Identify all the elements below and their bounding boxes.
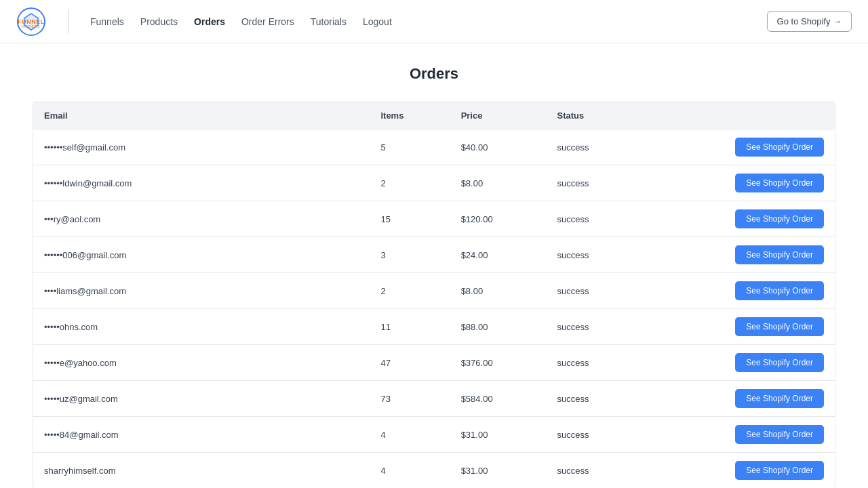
cell-status: success xyxy=(546,129,658,165)
cell-items: 11 xyxy=(370,309,450,345)
cell-items: 15 xyxy=(370,201,450,237)
see-shopify-order-button[interactable]: See Shopify Order xyxy=(735,389,824,408)
table-body: ••••••self@gmail.com 5 $40.00 success Se… xyxy=(33,129,835,489)
table-row: •••••uz@gmail.com 73 $584.00 success See… xyxy=(33,381,835,417)
main-content: Orders Email Items Price Status ••••••se… xyxy=(0,43,868,488)
logo-icon: FUNNEL ORDERS xyxy=(16,7,46,37)
cell-email: •••••e@yahoo.com xyxy=(33,345,370,381)
see-shopify-order-button[interactable]: See Shopify Order xyxy=(735,138,824,157)
see-shopify-order-button[interactable]: See Shopify Order xyxy=(735,245,824,264)
table-row: sharryhimself.com 4 $31.00 success See S… xyxy=(33,453,835,489)
cell-price: $584.00 xyxy=(450,381,547,417)
cell-price: $88.00 xyxy=(450,309,547,345)
nav-links: Funnels Products Orders Order Errors Tut… xyxy=(90,16,392,27)
go-to-shopify-button[interactable]: Go to Shopify → xyxy=(767,11,852,32)
table-row: •••••ohns.com 11 $88.00 success See Shop… xyxy=(33,309,835,345)
nav-order-errors[interactable]: Order Errors xyxy=(241,16,294,27)
cell-items: 4 xyxy=(370,453,450,489)
cell-status: success xyxy=(546,345,658,381)
navbar-left: FUNNEL ORDERS Funnels Products Orders Or… xyxy=(16,7,392,37)
see-shopify-order-button[interactable]: See Shopify Order xyxy=(735,209,824,228)
cell-items: 73 xyxy=(370,381,450,417)
cell-action: See Shopify Order xyxy=(658,309,835,345)
cell-email: ••••••self@gmail.com xyxy=(33,129,370,165)
logo-area: FUNNEL ORDERS xyxy=(16,7,46,37)
table-row: ••••••006@gmail.com 3 $24.00 success See… xyxy=(33,237,835,273)
see-shopify-order-button[interactable]: See Shopify Order xyxy=(735,353,824,372)
nav-orders[interactable]: Orders xyxy=(194,16,225,27)
cell-email: •••••84@gmail.com xyxy=(33,417,370,453)
see-shopify-order-button[interactable]: See Shopify Order xyxy=(735,174,824,192)
col-header-email: Email xyxy=(33,102,370,129)
cell-price: $31.00 xyxy=(450,453,547,489)
cell-items: 4 xyxy=(370,417,450,453)
cell-price: $376.00 xyxy=(450,345,547,381)
cell-action: See Shopify Order xyxy=(658,417,835,453)
nav-divider xyxy=(68,9,68,34)
cell-price: $8.00 xyxy=(450,273,547,309)
cell-status: success xyxy=(546,201,658,237)
cell-email: ••••••ldwin@gmail.com xyxy=(33,165,370,201)
table-row: •••••e@yahoo.com 47 $376.00 success See … xyxy=(33,345,835,381)
see-shopify-order-button[interactable]: See Shopify Order xyxy=(735,461,824,480)
cell-action: See Shopify Order xyxy=(658,345,835,381)
cell-items: 2 xyxy=(370,165,450,201)
table-row: ••••liams@gmail.com 2 $8.00 success See … xyxy=(33,273,835,309)
nav-logout[interactable]: Logout xyxy=(363,16,392,27)
table-row: •••ry@aol.com 15 $120.00 success See Sho… xyxy=(33,201,835,237)
see-shopify-order-button[interactable]: See Shopify Order xyxy=(735,281,824,300)
cell-action: See Shopify Order xyxy=(658,129,835,165)
cell-email: •••••ohns.com xyxy=(33,309,370,345)
cell-items: 2 xyxy=(370,273,450,309)
cell-status: success xyxy=(546,309,658,345)
cell-items: 47 xyxy=(370,345,450,381)
cell-email: •••••uz@gmail.com xyxy=(33,381,370,417)
cell-email: ••••liams@gmail.com xyxy=(33,273,370,309)
cell-items: 5 xyxy=(370,129,450,165)
col-header-action xyxy=(658,102,835,129)
cell-status: success xyxy=(546,165,658,201)
cell-action: See Shopify Order xyxy=(658,381,835,417)
navbar: FUNNEL ORDERS Funnels Products Orders Or… xyxy=(0,0,868,43)
col-header-items: Items xyxy=(370,102,450,129)
cell-action: See Shopify Order xyxy=(658,453,835,489)
table-header: Email Items Price Status xyxy=(33,102,835,129)
table-row: ••••••self@gmail.com 5 $40.00 success Se… xyxy=(33,129,835,165)
cell-email: sharryhimself.com xyxy=(33,453,370,489)
cell-action: See Shopify Order xyxy=(658,201,835,237)
cell-price: $24.00 xyxy=(450,237,547,273)
cell-action: See Shopify Order xyxy=(658,165,835,201)
cell-action: See Shopify Order xyxy=(658,237,835,273)
table-row: ••••••ldwin@gmail.com 2 $8.00 success Se… xyxy=(33,165,835,201)
nav-products[interactable]: Products xyxy=(140,16,178,27)
cell-status: success xyxy=(546,273,658,309)
orders-table-wrap: Email Items Price Status ••••••self@gmai… xyxy=(33,102,835,488)
orders-table: Email Items Price Status ••••••self@gmai… xyxy=(33,102,835,488)
cell-status: success xyxy=(546,453,658,489)
cell-items: 3 xyxy=(370,237,450,273)
col-header-price: Price xyxy=(450,102,547,129)
see-shopify-order-button[interactable]: See Shopify Order xyxy=(735,425,824,444)
cell-email: ••••••006@gmail.com xyxy=(33,237,370,273)
cell-email: •••ry@aol.com xyxy=(33,201,370,237)
cell-status: success xyxy=(546,417,658,453)
table-row: •••••84@gmail.com 4 $31.00 success See S… xyxy=(33,417,835,453)
cell-status: success xyxy=(546,381,658,417)
see-shopify-order-button[interactable]: See Shopify Order xyxy=(735,317,824,336)
cell-price: $8.00 xyxy=(450,165,547,201)
nav-funnels[interactable]: Funnels xyxy=(90,16,124,27)
cell-price: $120.00 xyxy=(450,201,547,237)
page-title: Orders xyxy=(33,65,835,83)
cell-status: success xyxy=(546,237,658,273)
col-header-status: Status xyxy=(546,102,658,129)
cell-price: $40.00 xyxy=(450,129,547,165)
cell-price: $31.00 xyxy=(450,417,547,453)
svg-text:ORDERS: ORDERS xyxy=(22,24,40,28)
cell-action: See Shopify Order xyxy=(658,273,835,309)
nav-tutorials[interactable]: Tutorials xyxy=(311,16,347,27)
